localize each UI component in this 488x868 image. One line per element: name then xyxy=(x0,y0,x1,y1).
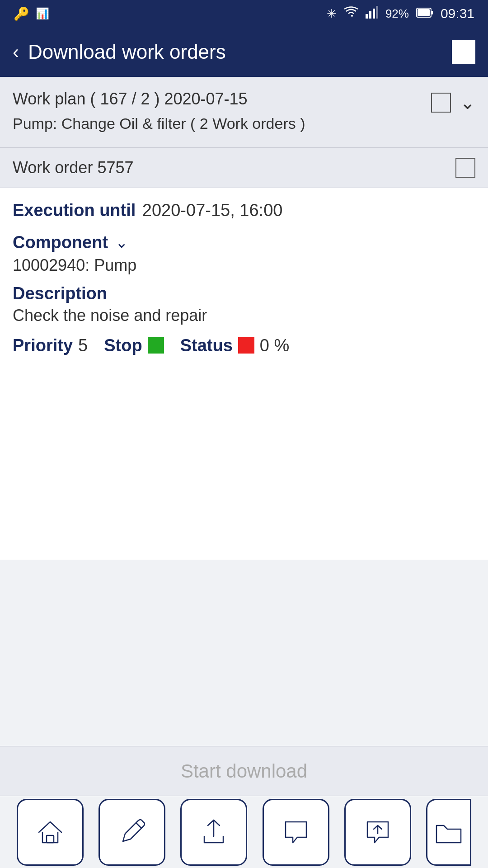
svg-rect-5 xyxy=(431,11,433,14)
priority-label: Priority xyxy=(13,336,73,355)
work-plan-subtitle: Pump: Change Oil & filter ( 2 Work order… xyxy=(13,113,424,135)
svg-rect-1 xyxy=(369,11,371,19)
work-order-title: Work order 5757 xyxy=(13,158,455,177)
work-plan-checkbox[interactable] xyxy=(431,93,451,113)
page-title: Download work orders xyxy=(28,41,443,63)
component-row: Component ⌄ xyxy=(13,233,475,252)
nav-folder-button[interactable] xyxy=(426,799,471,866)
stop-color-indicator xyxy=(148,337,164,354)
execution-row: Execution until 2020-07-15, 16:00 xyxy=(13,201,475,220)
nav-comment-button[interactable] xyxy=(263,799,329,866)
header-square-button[interactable] xyxy=(452,40,475,64)
description-value: Check the noise and repair xyxy=(13,306,475,325)
work-order-header: Work order 5757 xyxy=(0,148,488,188)
priority-stop-status-row: Priority 5 Stop Status 0 % xyxy=(13,336,475,355)
status-item: Status 0 % xyxy=(180,336,290,355)
priority-item: Priority 5 xyxy=(13,336,88,355)
start-download-button[interactable]: Start download xyxy=(181,760,307,782)
execution-value: 2020-07-15, 16:00 xyxy=(142,201,283,220)
status-color-indicator xyxy=(238,337,254,354)
home-icon xyxy=(34,816,66,848)
bottom-bar: Start download xyxy=(0,746,488,796)
edit-icon xyxy=(116,816,148,848)
work-plan-controls: ⌄ xyxy=(431,90,475,113)
battery-icon xyxy=(416,7,433,21)
bluetooth-icon: ✳ xyxy=(327,7,337,21)
wifi-icon xyxy=(344,6,358,22)
bottom-navigation xyxy=(0,796,488,868)
priority-value: 5 xyxy=(78,336,88,355)
component-value: 10002940: Pump xyxy=(13,256,475,275)
stop-item: Stop xyxy=(104,336,164,355)
work-plan-title: Work plan ( 167 / 2 ) 2020-07-15 xyxy=(13,90,424,108)
work-order-checkbox[interactable] xyxy=(455,158,475,178)
svg-rect-7 xyxy=(47,835,54,843)
signal-icon xyxy=(366,6,378,22)
back-button[interactable]: ‹ xyxy=(13,41,19,63)
svg-rect-6 xyxy=(418,9,430,16)
status-percent: 0 % xyxy=(260,336,289,355)
nav-edit-button[interactable] xyxy=(99,799,165,866)
comment-icon xyxy=(280,816,312,848)
execution-label: Execution until xyxy=(13,201,136,220)
svg-line-8 xyxy=(136,823,141,828)
folder-icon xyxy=(433,816,465,848)
chart-icon: 📊 xyxy=(36,7,49,20)
nav-home-button[interactable] xyxy=(17,799,84,866)
description-label: Description xyxy=(13,284,475,303)
time-display: 09:31 xyxy=(441,6,474,21)
battery-text: 92% xyxy=(385,7,409,21)
page-header: ‹ Download work orders xyxy=(0,27,488,77)
svg-rect-3 xyxy=(376,6,378,19)
nav-upload-button[interactable] xyxy=(180,799,247,866)
stop-label: Stop xyxy=(104,336,142,355)
component-label: Component xyxy=(13,233,108,252)
work-plan-chevron[interactable]: ⌄ xyxy=(460,92,475,113)
nav-share-button[interactable] xyxy=(344,799,411,866)
key-icon: 🔑 xyxy=(14,6,29,21)
svg-rect-0 xyxy=(366,14,368,19)
svg-rect-2 xyxy=(373,9,375,19)
status-bar: 🔑 📊 ✳ 92% 09:31 xyxy=(0,0,488,27)
work-plan-content: Work plan ( 167 / 2 ) 2020-07-15 Pump: C… xyxy=(13,90,424,135)
status-label: Status xyxy=(180,336,233,355)
component-chevron[interactable]: ⌄ xyxy=(115,233,128,251)
work-order-details: Execution until 2020-07-15, 16:00 Compon… xyxy=(0,188,488,560)
work-plan-section: Work plan ( 167 / 2 ) 2020-07-15 Pump: C… xyxy=(0,77,488,148)
upload-icon xyxy=(198,816,230,848)
share-upload-icon xyxy=(362,816,394,848)
